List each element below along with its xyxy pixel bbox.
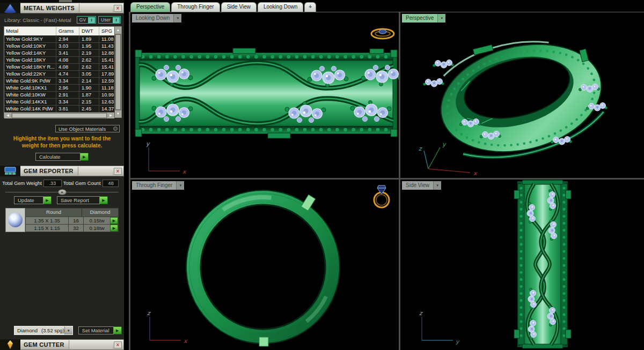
scroll-down-icon[interactable]: ▼ xyxy=(115,110,121,117)
total-gem-weight-value: .33 xyxy=(43,180,62,187)
table-row[interactable]: White Gold:14K PdW3.812.4514.37 xyxy=(4,105,114,112)
viewport-through-finger[interactable]: Through Finger ▼ xyxy=(130,180,399,350)
background-panel-edge xyxy=(0,0,124,3)
svg-text:z: z xyxy=(419,310,423,317)
user-toggle-indicator[interactable]: I xyxy=(113,17,120,23)
tab-side-view[interactable]: Side View xyxy=(221,2,257,12)
header-divider xyxy=(69,340,112,349)
axis-indicator: y z x xyxy=(419,141,478,177)
svg-text:y: y xyxy=(456,338,460,345)
gem-report-table: Round Diamond 1.35 X 1.35 16 0.15tw ▶ 1.… xyxy=(5,208,119,232)
table-row[interactable]: Yellow Gold:9KY2.941.8911.08 xyxy=(4,35,114,42)
metal-weights-table: Metal Grams DWT SPG Yellow Gold:9KY2.941… xyxy=(4,26,122,118)
svg-text:y: y xyxy=(442,141,447,148)
set-material-button[interactable]: Set Material ▶ xyxy=(78,326,122,334)
axis-indicator: z y xyxy=(419,310,460,345)
svg-text:z: z xyxy=(419,145,422,152)
table-row[interactable]: Yellow Gold:18KY R...4.082.6215.41 xyxy=(4,63,114,70)
dropdown-icon[interactable]: ▼ xyxy=(437,14,445,23)
viewport-area: Perspective Through Finger Side View Loo… xyxy=(129,0,644,350)
play-icon[interactable]: ▶ xyxy=(43,196,52,204)
save-report-button[interactable]: Save Report ▶ xyxy=(57,196,108,204)
play-icon[interactable]: ▶ xyxy=(110,217,118,224)
hscroll-thumb[interactable] xyxy=(12,113,107,118)
material-select[interactable]: Diamond (3.52 spg) ▼ xyxy=(14,326,73,335)
svg-text:y: y xyxy=(146,140,150,147)
play-icon[interactable]: ▶ xyxy=(114,326,122,334)
metal-weights-instruction: Highlight the item you want to find the … xyxy=(0,135,124,149)
ring-model-band-side[interactable]: z y xyxy=(400,180,644,350)
use-object-materials-radio-icon[interactable] xyxy=(113,126,118,131)
vscroll-thumb[interactable] xyxy=(115,34,121,110)
viewport-label-perspective[interactable]: Perspective ▼ xyxy=(402,14,445,23)
gem-cutter-title-bar: GEM CUTTER × xyxy=(20,339,124,350)
metal-weights-title-bar: METAL WEIGHTS × xyxy=(20,3,124,13)
gv-toggle-indicator[interactable]: I xyxy=(88,17,95,23)
tab-through-finger[interactable]: Through Finger xyxy=(171,2,219,12)
viewport-perspective[interactable]: Perspective ▼ xyxy=(400,12,644,178)
viewport-looking-down[interactable]: Looking Down ▼ xyxy=(130,12,399,178)
total-gem-count-label: Total Gem Count xyxy=(63,181,101,186)
material-spg: (3.52 spg) xyxy=(41,327,64,333)
viewport-label-looking-down[interactable]: Looking Down ▼ xyxy=(132,14,181,23)
tab-looking-down[interactable]: Looking Down xyxy=(258,2,303,12)
metal-weights-header[interactable]: METAL WEIGHTS × xyxy=(0,3,124,13)
play-icon[interactable]: ▶ xyxy=(100,196,108,204)
gem-reporter-title-bar: GEM REPORTER × xyxy=(20,166,124,176)
play-icon[interactable]: ▶ xyxy=(80,153,89,161)
dropdown-icon[interactable]: ▼ xyxy=(433,181,441,190)
viewport-side-view[interactable]: Side View ▼ xyxy=(400,180,644,350)
table-row[interactable]: White Gold:14KX13.342.1512.63 xyxy=(4,98,114,105)
gem-type-header: Diamond xyxy=(82,208,118,217)
gem-table-header: Round Diamond xyxy=(26,208,118,217)
gem-row[interactable]: 1.15 X 1.15 32 0.18tw ▶ xyxy=(26,224,118,232)
gem-cutter-title: GEM CUTTER xyxy=(24,341,64,348)
dropdown-icon[interactable]: ▼ xyxy=(173,14,181,23)
gem-reporter-header[interactable]: GEM REPORTER × xyxy=(0,166,124,176)
collapse-icon[interactable]: ▲ xyxy=(58,189,67,195)
metal-table-header: Metal Grams DWT SPG xyxy=(4,27,114,35)
ring-model-front[interactable]: z x xyxy=(130,180,399,350)
table-row[interactable]: Yellow Gold:18KY4.082.6215.41 xyxy=(4,56,114,63)
scroll-up-icon[interactable]: ▲ xyxy=(115,27,121,34)
viewport-tab-bar: Perspective Through Finger Side View Loo… xyxy=(129,0,644,12)
header-divider xyxy=(79,4,112,12)
svg-text:z: z xyxy=(147,310,151,317)
total-gem-count-value: 48 xyxy=(103,180,119,187)
use-object-materials-button[interactable]: Use Object Materials xyxy=(55,125,120,132)
dropdown-icon[interactable]: ▼ xyxy=(64,326,72,334)
viewport-label-side-view[interactable]: Side View ▼ xyxy=(402,181,441,190)
user-toggle[interactable]: User I xyxy=(98,16,121,24)
svg-text:x: x xyxy=(182,168,187,175)
metal-weights-panel-icon xyxy=(0,3,20,13)
table-row[interactable]: Yellow Gold:14KY3.412.1912.88 xyxy=(4,49,114,56)
table-row[interactable]: White Gold:10KX12.961.9011.18 xyxy=(4,84,114,91)
table-row[interactable]: Yellow Gold:22KY4.743.0517.89 xyxy=(4,70,114,77)
gv-toggle[interactable]: GV I xyxy=(77,16,96,24)
viewport-label-through-finger[interactable]: Through Finger ▼ xyxy=(132,181,184,190)
gem-row[interactable]: 1.35 X 1.35 16 0.15tw ▶ xyxy=(26,217,118,224)
gem-cutter-header[interactable]: GEM CUTTER × xyxy=(0,339,124,350)
update-button[interactable]: Update ▶ xyxy=(14,196,52,204)
close-icon[interactable]: × xyxy=(114,341,122,348)
ring-orientation-icon xyxy=(371,29,394,39)
close-icon[interactable]: × xyxy=(114,5,122,12)
svg-text:x: x xyxy=(473,170,478,177)
ring-model-band-top[interactable]: y x xyxy=(130,12,399,178)
panel-edge-notch xyxy=(59,0,72,2)
tab-perspective[interactable]: Perspective xyxy=(130,2,170,12)
gem-cutter-panel-icon xyxy=(0,339,20,350)
panel-separator: ▲ xyxy=(5,189,119,195)
close-icon[interactable]: × xyxy=(114,168,122,175)
vertical-scrollbar[interactable]: ▲ ▼ xyxy=(114,27,121,117)
table-row[interactable]: Yellow Gold:10KY3.031.9511.43 xyxy=(4,42,114,49)
left-tool-panels: METAL WEIGHTS × Library: Classic - (Fast… xyxy=(0,0,125,350)
ring-model-perspective[interactable]: y z x xyxy=(400,12,644,178)
play-icon[interactable]: ▶ xyxy=(110,225,118,232)
dropdown-icon[interactable]: ▼ xyxy=(176,181,184,190)
calculate-button[interactable]: Calculate ▶ xyxy=(35,153,89,161)
table-row[interactable]: White Gold:9K PdW3.342.1412.59 xyxy=(4,77,114,84)
table-row[interactable]: White Gold:10KW2.911.8710.99 xyxy=(4,91,114,98)
header-divider xyxy=(78,167,112,175)
add-tab-icon[interactable]: + xyxy=(304,2,316,12)
